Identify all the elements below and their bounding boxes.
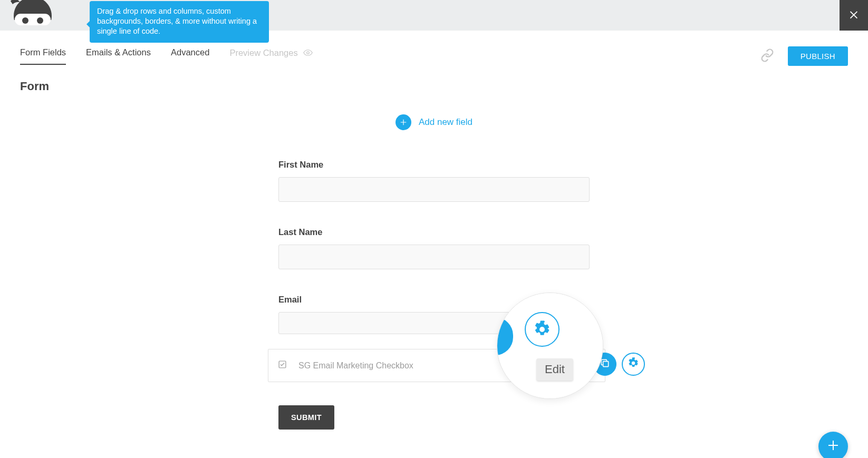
- svg-point-2: [37, 17, 43, 24]
- field-first-name[interactable]: First Name: [278, 160, 590, 202]
- permalink-button[interactable]: [760, 48, 774, 64]
- tab-form-fields[interactable]: Form Fields: [20, 47, 66, 65]
- first-name-input[interactable]: [278, 177, 590, 202]
- add-new-field[interactable]: Add new field: [0, 114, 868, 130]
- close-button[interactable]: [840, 0, 868, 31]
- tab-emails-actions[interactable]: Emails & Actions: [86, 47, 151, 65]
- page-title: Form: [0, 66, 868, 93]
- field-last-name[interactable]: Last Name: [278, 227, 590, 269]
- checkbox-field-label: SG Email Marketing Checkbox: [298, 361, 413, 371]
- copy-icon: [600, 358, 610, 371]
- field-row-actions: [593, 353, 645, 376]
- plus-circle-icon: [396, 114, 411, 130]
- duplicate-field-button[interactable]: [593, 353, 616, 376]
- email-input[interactable]: [278, 312, 590, 334]
- plus-icon: [827, 439, 840, 454]
- top-bar: Drag & drop rows and columns, custom bac…: [0, 0, 868, 31]
- tabs-right: PUBLISH: [760, 46, 848, 66]
- field-checkbox-row[interactable]: SG Email Marketing Checkbox: [268, 349, 605, 382]
- last-name-input[interactable]: [278, 245, 590, 269]
- svg-rect-5: [603, 362, 609, 367]
- form-canvas: First Name Last Name Email SG Email Mark…: [278, 160, 590, 430]
- close-icon: [848, 8, 860, 22]
- svg-rect-0: [15, 14, 51, 25]
- first-name-label: First Name: [278, 160, 590, 170]
- tabs-row: Form Fields Emails & Actions Advanced Pr…: [0, 31, 868, 66]
- field-email[interactable]: Email: [278, 295, 590, 334]
- add-new-field-label: Add new field: [419, 117, 472, 128]
- submit-button[interactable]: SUBMIT: [278, 405, 334, 430]
- gear-icon: [628, 357, 639, 371]
- ninja-logo: [0, 0, 53, 31]
- edit-field-button[interactable]: [622, 353, 645, 376]
- link-icon: [760, 48, 774, 64]
- svg-point-1: [22, 17, 28, 24]
- svg-point-3: [306, 52, 309, 54]
- email-label: Email: [278, 295, 590, 305]
- tab-advanced[interactable]: Advanced: [171, 47, 209, 65]
- tabs: Form Fields Emails & Actions Advanced Pr…: [20, 47, 313, 65]
- tab-preview-label: Preview Changes: [229, 48, 297, 58]
- tab-preview-changes[interactable]: Preview Changes: [229, 47, 312, 65]
- last-name-label: Last Name: [278, 227, 590, 237]
- eye-icon: [303, 48, 313, 58]
- fab-add-button[interactable]: [818, 432, 848, 458]
- publish-button[interactable]: PUBLISH: [788, 46, 848, 66]
- checkbox-icon: [278, 360, 287, 371]
